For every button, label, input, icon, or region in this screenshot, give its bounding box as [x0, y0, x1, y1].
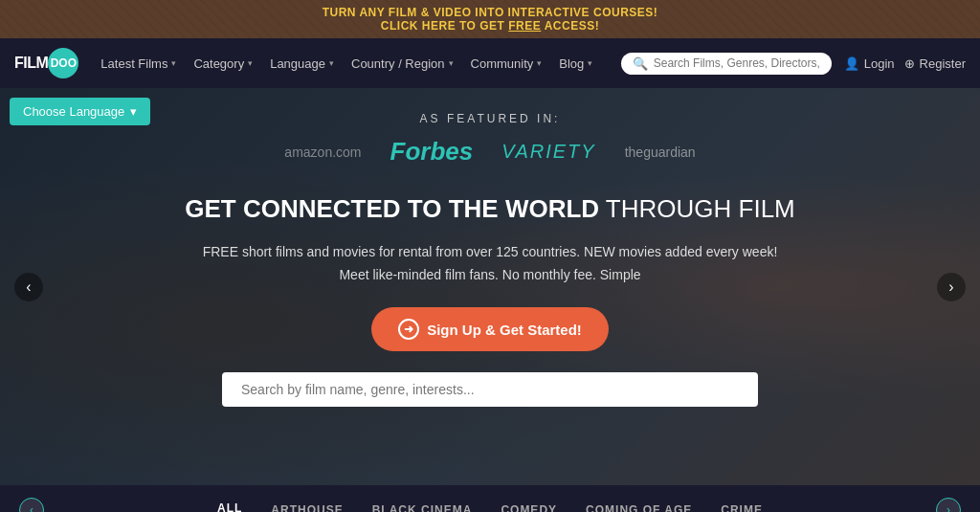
amazon-logo: amazon.com	[284, 145, 361, 160]
category-items: ALL ARTHOUSE BLACK CINEMA COMEDY COMING …	[44, 501, 936, 512]
variety-logo: VARIETY	[501, 141, 595, 163]
chevron-down-icon: ▾	[449, 58, 454, 68]
nav-item-community[interactable]: Community ▾	[463, 51, 550, 77]
nav-items: Latest Films ▾ Category ▾ Language ▾ Cou…	[93, 51, 608, 77]
featured-logos: amazon.com Forbes VARIETY theguardian	[284, 137, 695, 167]
forbes-logo: Forbes	[390, 137, 474, 167]
category-item-arthouse[interactable]: ARTHOUSE	[271, 503, 343, 512]
top-banner[interactable]: TURN ANY FILM & VIDEO INTO INTERACTIVE C…	[0, 0, 980, 38]
guardian-logo: theguardian	[625, 145, 696, 160]
category-bar: ‹ ALL ARTHOUSE BLACK CINEMA COMEDY COMIN…	[0, 485, 980, 512]
register-icon: ⊕	[904, 56, 915, 71]
chevron-down-icon: ▾	[130, 104, 137, 119]
search-input[interactable]	[654, 56, 820, 70]
chevron-down-icon: ▾	[588, 58, 592, 68]
hero-section: Choose Language ▾ ‹ › AS FEATURED IN: am…	[0, 88, 980, 485]
logo-doo-circle: DOO	[48, 48, 78, 78]
choose-language-button[interactable]: Choose Language ▾	[10, 98, 150, 125]
login-button[interactable]: 👤 Login	[844, 56, 895, 71]
banner-line2: CLICK HERE TO GET FREE ACCESS!	[10, 19, 970, 33]
category-item-all[interactable]: ALL	[217, 501, 242, 512]
register-button[interactable]: ⊕ Register	[904, 56, 966, 71]
nav-item-category[interactable]: Category ▾	[186, 51, 260, 77]
category-next-button[interactable]: ›	[936, 498, 961, 512]
chevron-down-icon: ▾	[329, 58, 334, 68]
hero-search-input[interactable]	[222, 372, 758, 407]
logo[interactable]: FILM DOO	[14, 48, 78, 78]
navbar: FILM DOO Latest Films ▾ Category ▾ Langu…	[0, 38, 980, 88]
carousel-next-button[interactable]: ›	[937, 273, 966, 301]
nav-item-blog[interactable]: Blog ▾	[551, 51, 600, 77]
chevron-down-icon: ▾	[537, 58, 542, 68]
category-item-coming-of-age[interactable]: COMING OF AGE	[586, 503, 692, 512]
category-prev-button[interactable]: ‹	[19, 498, 44, 512]
cta-signup-button[interactable]: ➜ Sign Up & Get Started!	[371, 307, 609, 351]
chevron-down-icon: ▾	[248, 58, 253, 68]
user-icon: 👤	[844, 56, 859, 71]
hero-headline: GET CONNECTED TO THE WORLD THROUGH FILM	[185, 193, 795, 226]
search-icon: 🔍	[633, 56, 648, 71]
nav-item-language[interactable]: Language ▾	[262, 51, 342, 77]
hero-content: AS FEATURED IN: amazon.com Forbes VARIET…	[0, 88, 980, 485]
carousel-prev-button[interactable]: ‹	[14, 273, 43, 301]
logo-film-text: FILM	[14, 55, 48, 72]
nav-item-country-region[interactable]: Country / Region ▾	[344, 51, 461, 77]
chevron-down-icon: ▾	[171, 58, 176, 68]
signup-icon: ➜	[398, 319, 419, 340]
hero-subtext: FREE short films and movies for rental f…	[203, 241, 778, 287]
category-item-crime[interactable]: CRIME	[721, 503, 763, 512]
search-box[interactable]: 🔍	[621, 53, 832, 75]
banner-line1: TURN ANY FILM & VIDEO INTO INTERACTIVE C…	[10, 6, 970, 19]
category-item-black-cinema[interactable]: BLACK CINEMA	[372, 503, 473, 512]
featured-label: AS FEATURED IN:	[420, 112, 561, 125]
auth-buttons: 👤 Login ⊕ Register	[844, 56, 966, 71]
nav-item-latest-films[interactable]: Latest Films ▾	[93, 51, 184, 77]
category-item-comedy[interactable]: COMEDY	[501, 503, 557, 512]
